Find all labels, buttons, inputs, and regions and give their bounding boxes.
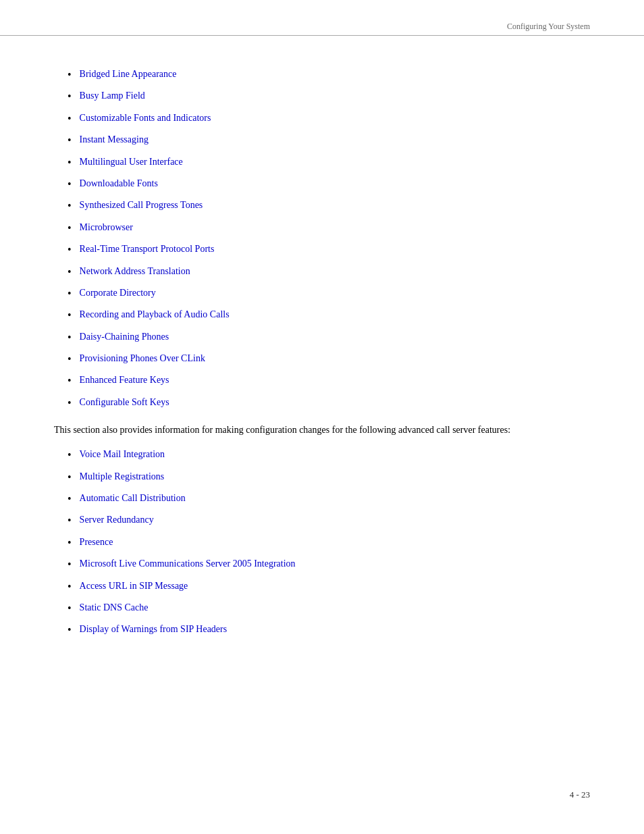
bullet-icon: • (68, 623, 72, 637)
list-item: •Downloadable Fonts (54, 177, 590, 192)
feature-link[interactable]: Configurable Soft Keys (80, 396, 169, 409)
bullet-icon: • (68, 536, 72, 550)
list-item: •Access URL in SIP Message (54, 579, 590, 594)
list-item: •Voice Mail Integration (54, 448, 590, 463)
feature-link[interactable]: Synthesized Call Progress Tones (80, 199, 203, 212)
list-item: •Customizable Fonts and Indicators (54, 111, 590, 126)
list-item: •Automatic Call Distribution (54, 492, 590, 506)
bullet-icon: • (68, 68, 72, 82)
bullet-icon: • (68, 286, 72, 301)
advanced-feature-link[interactable]: Multiple Registrations (80, 470, 165, 484)
advanced-feature-link[interactable]: Display of Warnings from SIP Headers (80, 623, 227, 636)
list-item: •Presence (54, 536, 590, 550)
feature-link[interactable]: Real-Time Transport Protocol Ports (80, 242, 215, 256)
advanced-feature-link[interactable]: Server Redundancy (80, 513, 154, 527)
feature-link[interactable]: Bridged Line Appearance (80, 68, 177, 81)
list-item: •Corporate Directory (54, 286, 590, 301)
header-text: Configuring Your System (507, 22, 590, 32)
bullet-icon: • (68, 448, 72, 463)
feature-link[interactable]: Daisy-Chaining Phones (80, 330, 169, 344)
list-item: •Busy Lamp Field (54, 89, 590, 104)
page-container: Configuring Your System •Bridged Line Ap… (0, 0, 644, 834)
advanced-feature-link[interactable]: Automatic Call Distribution (80, 492, 186, 505)
advanced-feature-link[interactable]: Microsoft Live Communications Server 200… (80, 557, 296, 571)
list-item: •Synthesized Call Progress Tones (54, 199, 590, 213)
feature-link[interactable]: Corporate Directory (80, 286, 156, 300)
advanced-feature-link[interactable]: Static DNS Cache (80, 601, 149, 615)
list-item: •Display of Warnings from SIP Headers (54, 623, 590, 637)
list-item: •Static DNS Cache (54, 601, 590, 616)
bullet-icon: • (68, 557, 72, 572)
bullet-icon: • (68, 221, 72, 236)
feature-link[interactable]: Downloadable Fonts (80, 177, 158, 190)
feature-link[interactable]: Network Address Translation (80, 265, 190, 278)
list-item: •Microsoft Live Communications Server 20… (54, 557, 590, 572)
feature-link[interactable]: Busy Lamp Field (80, 89, 145, 103)
list-item: •Enhanced Feature Keys (54, 373, 590, 388)
feature-link[interactable]: Customizable Fonts and Indicators (80, 111, 211, 125)
list-item: •Daisy-Chaining Phones (54, 330, 590, 345)
list-item: •Network Address Translation (54, 265, 590, 280)
bullet-icon: • (68, 89, 72, 104)
bullet-icon: • (68, 352, 72, 367)
list-item: •Multilingual User Interface (54, 155, 590, 170)
advanced-feature-link[interactable]: Presence (80, 536, 113, 549)
feature-link[interactable]: Provisioning Phones Over CLink (80, 352, 205, 365)
list-features: •Bridged Line Appearance•Busy Lamp Field… (54, 68, 590, 411)
list-item: •Bridged Line Appearance (54, 68, 590, 82)
bullet-icon: • (68, 579, 72, 594)
bullet-icon: • (68, 601, 72, 616)
bullet-icon: • (68, 265, 72, 280)
bullet-icon: • (68, 308, 72, 323)
list-item: •Multiple Registrations (54, 470, 590, 485)
bullet-icon: • (68, 373, 72, 388)
advanced-feature-link[interactable]: Access URL in SIP Message (80, 579, 188, 593)
list-item: •Server Redundancy (54, 513, 590, 528)
bullet-icon: • (68, 492, 72, 506)
bullet-icon: • (68, 133, 72, 148)
bullet-icon: • (68, 396, 72, 411)
bullet-icon: • (68, 155, 72, 170)
bullet-icon: • (68, 199, 72, 213)
list-item: •Instant Messaging (54, 133, 590, 148)
feature-link[interactable]: Multilingual User Interface (80, 155, 183, 169)
header-line (0, 35, 644, 36)
bullet-icon: • (68, 513, 72, 528)
feature-link[interactable]: Enhanced Feature Keys (80, 373, 169, 387)
feature-link[interactable]: Recording and Playback of Audio Calls (80, 308, 230, 321)
list-item: •Microbrowser (54, 221, 590, 236)
list-item: •Real-Time Transport Protocol Ports (54, 242, 590, 257)
paragraph-text: This section also provides information f… (54, 423, 590, 437)
list-advanced-features: •Voice Mail Integration•Multiple Registr… (54, 448, 590, 638)
list-item: •Recording and Playback of Audio Calls (54, 308, 590, 323)
page-number: 4 - 23 (570, 789, 590, 800)
advanced-feature-link[interactable]: Voice Mail Integration (80, 448, 165, 461)
bullet-icon: • (68, 111, 72, 126)
feature-link[interactable]: Instant Messaging (80, 133, 149, 147)
list-item: •Configurable Soft Keys (54, 396, 590, 411)
list-item: •Provisioning Phones Over CLink (54, 352, 590, 367)
bullet-icon: • (68, 470, 72, 485)
content-area: •Bridged Line Appearance•Busy Lamp Field… (54, 68, 590, 638)
bullet-icon: • (68, 242, 72, 257)
bullet-icon: • (68, 177, 72, 192)
bullet-icon: • (68, 330, 72, 345)
feature-link[interactable]: Microbrowser (80, 221, 133, 234)
